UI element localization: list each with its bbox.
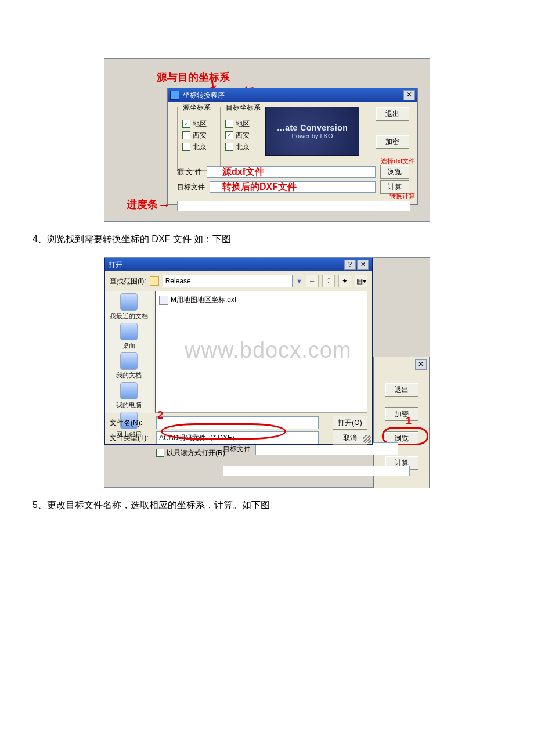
checkbox-xian[interactable] xyxy=(225,131,233,139)
source-file-row: 源 文 件 源dxf文件 浏览 xyxy=(177,165,409,179)
checkbox-region[interactable] xyxy=(182,120,190,128)
source-file-label: 源 文 件 xyxy=(177,167,202,177)
step4-text: 4、浏览找到需要转换坐标的 DXF 文件 如：下图 xyxy=(33,233,511,246)
close-button[interactable]: ✕ xyxy=(415,359,427,370)
exit-button[interactable]: 退出 xyxy=(376,107,409,121)
help-button[interactable]: ? xyxy=(344,260,356,270)
progress-bar xyxy=(223,466,410,476)
desktop-icon xyxy=(120,323,138,340)
recent-icon xyxy=(120,293,138,311)
group-dest-crs: 目标坐标系 地区 西安 北京 xyxy=(220,107,266,171)
checkbox-label: 地区 xyxy=(193,119,207,129)
dialog-titlebar: 打开 ? ✕ xyxy=(105,258,372,271)
annotation-circle-2 xyxy=(161,423,286,440)
places-mypc[interactable]: 我的电脑 xyxy=(108,382,150,409)
app-icon xyxy=(170,91,179,100)
file-name: M用地图地区坐标.dxf xyxy=(171,295,236,305)
encrypt-button[interactable]: 加密 xyxy=(385,407,418,421)
lookin-combo[interactable] xyxy=(163,275,293,287)
dialog-toolbar: 查找范围(I): ▼ ← ⤴ ✦ ▦▾ xyxy=(105,271,372,291)
folder-icon xyxy=(150,276,159,286)
filetype-label: 文件类型(T): xyxy=(110,433,151,443)
exit-button[interactable]: 退出 xyxy=(385,383,418,397)
decor-title: …ate Conversion xyxy=(277,123,348,132)
up-icon[interactable]: ⤴ xyxy=(322,275,335,287)
checkbox-label: 北京 xyxy=(236,142,250,152)
annotation-number-1: 1 xyxy=(406,415,412,427)
dropdown-icon[interactable]: ▼ xyxy=(296,278,302,285)
file-icon xyxy=(159,296,168,305)
browse-button[interactable]: 浏览 xyxy=(380,165,409,179)
checkbox-label: 北京 xyxy=(193,142,207,152)
dest-file-label: 目标文件 xyxy=(177,182,205,192)
checkbox-xian[interactable] xyxy=(182,131,190,139)
mypc-icon xyxy=(120,382,138,399)
coord-window-behind: ✕ 退出 加密 浏览 计算 1 目标文件 xyxy=(373,357,430,488)
screenshot-2: ✕ 退出 加密 浏览 计算 1 目标文件 打开 ? ✕ xyxy=(104,257,430,488)
encrypt-button[interactable]: 加密 xyxy=(376,135,409,149)
places-mydocs[interactable]: 我的文档 xyxy=(108,352,150,380)
window-body: 源坐标系 地区 西安 北京 目标坐标系 地区 西安 北京 …ate Conver… xyxy=(168,102,417,114)
filename-label: 文件名(N): xyxy=(110,418,151,428)
close-button[interactable]: ✕ xyxy=(403,90,415,100)
decor-subtitle: Power by LKO xyxy=(292,132,333,139)
back-icon[interactable]: ← xyxy=(306,275,319,287)
window-title: 坐标转换程序 xyxy=(183,91,225,100)
group-dest-legend: 目标坐标系 xyxy=(224,103,262,113)
places-label: 我的电脑 xyxy=(116,401,142,409)
close-button[interactable]: ✕ xyxy=(357,260,369,270)
cancel-button[interactable]: 取消 xyxy=(333,431,367,445)
newfolder-icon[interactable]: ✦ xyxy=(338,275,351,287)
readonly-checkbox[interactable] xyxy=(156,449,164,457)
resize-grip-icon[interactable] xyxy=(363,435,371,443)
coord-convert-window: 坐标转换程序 ✕ 源坐标系 地区 西安 北京 目标坐标系 地区 西安 北京 …a xyxy=(167,88,418,205)
places-desktop[interactable]: 桌面 xyxy=(108,323,150,350)
checkbox-beijing[interactable] xyxy=(182,143,190,151)
checkbox-label: 地区 xyxy=(236,119,250,129)
page: 源与目的坐标系 ➘ ➘ 加密明文数据 ➘ 进度条 → 坐标转换程序 ✕ 源坐标系… xyxy=(0,0,534,570)
source-file-input[interactable] xyxy=(207,166,376,178)
checkbox-region[interactable] xyxy=(225,120,233,128)
checkbox-label: 西安 xyxy=(236,131,250,141)
group-source-crs: 源坐标系 地区 西安 北京 xyxy=(177,107,223,171)
dialog-title: 打开 xyxy=(109,260,122,270)
dest-file-input[interactable] xyxy=(210,181,376,193)
annotation-number-2: 2 xyxy=(157,409,163,422)
list-item[interactable]: M用地图地区坐标.dxf xyxy=(159,295,363,305)
places-label: 桌面 xyxy=(122,341,135,350)
dest-file-row: 目标文件 转换后的DXF文件 计算 xyxy=(177,180,409,194)
mydocs-icon xyxy=(120,352,138,370)
views-icon[interactable]: ▦▾ xyxy=(355,275,367,287)
dialog-main: 我最近的文档 桌面 我的文档 我的电脑 网上邻居 M用地图地区坐标.dxf ww… xyxy=(105,291,372,413)
annotation-progress: 进度条 xyxy=(127,197,158,211)
lookin-label: 查找范围(I): xyxy=(110,276,146,286)
annotation-convert-calc: 转换计算 xyxy=(389,192,415,200)
open-dialog: 打开 ? ✕ 查找范围(I): ▼ ← ⤴ ✦ ▦▾ 我最近的文档 桌面 xyxy=(104,258,373,445)
right-buttons: 退出 加密 xyxy=(376,107,410,149)
checkbox-label: 西安 xyxy=(193,131,207,141)
readonly-label: 以只读方式打开(R) xyxy=(167,448,225,458)
places-bar: 我最近的文档 桌面 我的文档 我的电脑 网上邻居 xyxy=(105,291,153,413)
places-label: 我最近的文档 xyxy=(110,312,148,321)
open-button[interactable]: 打开(O) xyxy=(333,416,367,430)
window-titlebar: 坐标转换程序 ✕ xyxy=(168,88,417,102)
file-list[interactable]: M用地图地区坐标.dxf www.bdocx.com xyxy=(155,291,367,413)
places-label: 我的文档 xyxy=(116,371,142,380)
places-recent[interactable]: 我最近的文档 xyxy=(108,293,150,321)
progress-bar xyxy=(177,201,410,211)
annotation-select-dxf: 选择dxf文件 xyxy=(381,157,415,165)
checkbox-beijing[interactable] xyxy=(225,143,233,151)
decor-panel: …ate Conversion Power by LKO xyxy=(265,107,359,156)
screenshot-1: 源与目的坐标系 ➘ ➘ 加密明文数据 ➘ 进度条 → 坐标转换程序 ✕ 源坐标系… xyxy=(104,58,430,222)
group-source-legend: 源坐标系 xyxy=(181,103,212,113)
watermark-text: www.bdocx.com xyxy=(185,338,352,363)
step5-text: 5、更改目标文件名称，选取相应的坐标系，计算。如下图 xyxy=(33,499,511,512)
